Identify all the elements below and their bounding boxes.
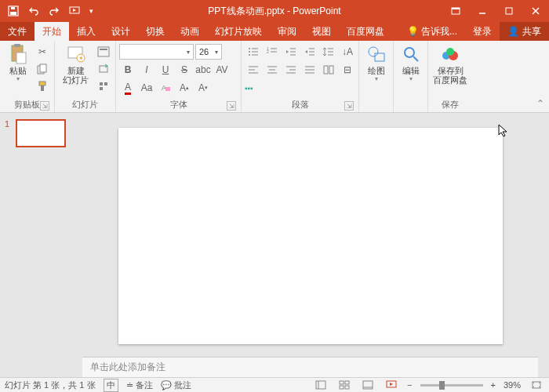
copy-icon[interactable] [34, 61, 51, 77]
svg-rect-60 [329, 66, 333, 74]
save-baidu-button[interactable]: 保存到 百度网盘 [431, 42, 469, 86]
slide-thumbnail[interactable]: 1 [5, 119, 78, 147]
svg-rect-16 [41, 85, 44, 91]
shrink-font-icon[interactable]: A▾ [195, 80, 212, 96]
dialog-launcher-icon[interactable]: ⇲ [227, 101, 236, 111]
tab-design[interactable]: 设计 [104, 22, 138, 41]
slide-number: 1 [5, 119, 13, 147]
svg-rect-15 [39, 82, 45, 85]
start-slideshow-icon[interactable] [66, 2, 83, 20]
font-color-icon[interactable]: A [119, 80, 136, 96]
font-name-combo[interactable] [119, 44, 194, 60]
group-label: 段落 [292, 99, 309, 111]
grow-font-icon[interactable]: A▴ [176, 80, 193, 96]
format-painter-icon[interactable] [34, 78, 51, 94]
close-icon[interactable] [522, 0, 549, 22]
strikethrough-icon[interactable]: S [176, 62, 193, 78]
tab-file[interactable]: 文件 [0, 22, 35, 41]
justify-icon[interactable] [301, 62, 318, 78]
tell-me[interactable]: 💡告诉我... [399, 22, 465, 41]
layout-icon[interactable] [95, 44, 112, 60]
notes-pane[interactable]: 单击此处添加备注 [82, 357, 538, 377]
save-icon[interactable] [5, 2, 22, 20]
slide-counter[interactable]: 幻灯片 第 1 张，共 1 张 [5, 379, 96, 391]
minimize-icon[interactable] [469, 0, 496, 22]
font-size-combo[interactable]: 26 [195, 44, 222, 60]
sorter-view-icon[interactable] [336, 379, 352, 391]
columns-icon[interactable] [320, 62, 337, 78]
group-label: 幻灯片 [72, 99, 98, 111]
comments-toggle[interactable]: 💬 批注 [161, 379, 191, 391]
section-icon[interactable] [95, 78, 112, 94]
svg-rect-12 [16, 53, 26, 64]
editing-button[interactable]: 编辑▾ [397, 42, 424, 84]
svg-text:2: 2 [267, 49, 269, 54]
char-spacing-icon[interactable]: AV [213, 62, 231, 78]
zoom-in-icon[interactable]: + [491, 380, 496, 390]
text-direction-icon[interactable]: ↓A [339, 44, 356, 60]
fit-window-icon[interactable] [529, 379, 544, 391]
ribbon-display-icon[interactable] [442, 0, 469, 22]
bullets-icon[interactable] [245, 44, 262, 60]
align-left-icon[interactable] [245, 62, 262, 78]
bold-icon[interactable]: B [119, 62, 136, 78]
login-link[interactable]: 登录 [465, 22, 500, 41]
svg-rect-7 [506, 8, 512, 14]
maximize-icon[interactable] [496, 0, 522, 22]
slide-thumbnail-panel: 1 [0, 113, 82, 377]
new-slide-button[interactable]: ✶ 新建 幻灯片 [58, 42, 93, 86]
notes-toggle[interactable]: ≐ 备注 [126, 379, 153, 391]
align-center-icon[interactable] [264, 62, 281, 78]
zoom-out-icon[interactable]: − [407, 380, 412, 390]
clear-format-icon[interactable]: A [157, 80, 174, 96]
drawing-button[interactable]: 绘图▾ [362, 42, 390, 84]
zoom-slider[interactable] [420, 384, 483, 387]
tab-view[interactable]: 视图 [304, 22, 339, 41]
align-text-icon[interactable]: ⊟ [339, 62, 356, 78]
decrease-indent-icon[interactable] [282, 44, 300, 60]
tab-animations[interactable]: 动画 [173, 22, 207, 41]
dialog-launcher-icon[interactable]: ⇲ [344, 101, 354, 111]
increase-indent-icon[interactable] [301, 44, 318, 60]
shadow-icon[interactable]: abc [195, 62, 212, 78]
svg-rect-25 [100, 87, 103, 90]
group-editing: 编辑▾ . [394, 41, 428, 112]
window-title: PPT线条动画.pptx - PowerPoint [208, 5, 340, 18]
underline-icon[interactable]: U [157, 62, 174, 78]
svg-rect-68 [316, 381, 325, 389]
thumbnail-preview[interactable] [16, 119, 66, 147]
slideshow-view-icon[interactable] [384, 379, 399, 391]
collapse-ribbon-icon[interactable]: ⌃ [536, 98, 544, 109]
tab-baidu[interactable]: 百度网盘 [339, 22, 392, 41]
slide-canvas[interactable] [82, 121, 538, 350]
change-case-icon[interactable]: Aa [138, 80, 155, 96]
redo-icon[interactable] [45, 2, 63, 20]
undo-icon[interactable] [25, 2, 42, 20]
svg-rect-2 [11, 7, 15, 9]
tab-home[interactable]: 开始 [35, 22, 69, 41]
tab-insert[interactable]: 插入 [69, 22, 104, 41]
dialog-launcher-icon[interactable]: ⇲ [40, 101, 49, 111]
reading-view-icon[interactable] [360, 379, 376, 391]
numbering-icon[interactable]: 12 [264, 44, 281, 60]
smartart-icon[interactable]: ▪▪▪ [245, 80, 253, 96]
svg-line-64 [413, 56, 418, 61]
svg-rect-5 [452, 8, 460, 9]
line-spacing-icon[interactable] [320, 44, 337, 60]
cut-icon[interactable]: ✂ [34, 44, 51, 60]
zoom-level[interactable]: 39% [504, 380, 521, 390]
italic-icon[interactable]: I [138, 62, 155, 78]
slide[interactable] [118, 128, 503, 344]
reset-icon[interactable] [95, 61, 112, 77]
tab-transitions[interactable]: 切换 [138, 22, 173, 41]
group-font: 26 B I U S abc AV A Aa A A▴ A▾ 字体⇲ [116, 41, 242, 112]
share-button[interactable]: 👤共享 [500, 22, 549, 41]
qat-customize-icon[interactable]: ▾ [86, 2, 96, 20]
language-indicator[interactable]: 中 [104, 379, 118, 392]
tab-slideshow[interactable]: 幻灯片放映 [207, 22, 270, 41]
paste-button[interactable]: 粘贴 ▾ [3, 42, 32, 84]
svg-rect-20 [98, 47, 109, 56]
align-right-icon[interactable] [282, 62, 300, 78]
normal-view-icon[interactable] [313, 379, 329, 391]
tab-review[interactable]: 审阅 [270, 22, 304, 41]
